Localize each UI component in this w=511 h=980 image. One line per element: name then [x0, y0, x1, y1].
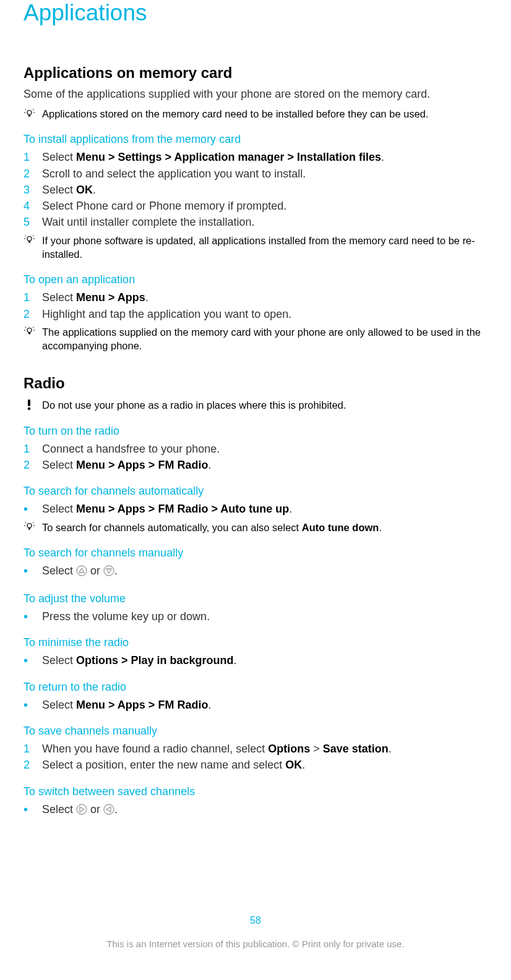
- step: 4Select Phone card or Phone memory if pr…: [24, 198, 487, 213]
- bullet-text: Select or .: [42, 802, 118, 819]
- svg-point-32: [104, 804, 114, 814]
- step-number: 2: [24, 307, 35, 322]
- step: 1Connect a handsfree to your phone.: [24, 441, 487, 456]
- svg-line-24: [25, 522, 26, 524]
- svg-line-17: [33, 327, 34, 328]
- page-footer: 58 This is an Internet version of this p…: [0, 915, 511, 949]
- tip-note: The applications supplied on the memory …: [24, 325, 487, 353]
- svg-point-26: [77, 566, 87, 576]
- tip-note: If your phone software is updated, all a…: [24, 234, 487, 262]
- svg-line-25: [33, 522, 34, 524]
- bullet-text: Select Menu > Apps > FM Radio.: [42, 697, 211, 712]
- step-number: 5: [24, 215, 35, 229]
- bullet-dot: •: [24, 609, 35, 624]
- step-text: Select Menu > Apps > FM Radio.: [42, 458, 211, 472]
- bullets-adjust-volume: •Press the volume key up or down.: [24, 609, 487, 624]
- step-number: 2: [24, 458, 35, 472]
- step-text: Scroll to and select the application you…: [42, 166, 306, 181]
- step-text: Select Menu > Settings > Application man…: [42, 150, 384, 164]
- bullet-dot: •: [24, 802, 35, 819]
- svg-marker-33: [106, 807, 111, 812]
- svg-rect-21: [28, 528, 30, 530]
- step-text: Select Menu > Apps.: [42, 290, 148, 305]
- svg-marker-27: [79, 568, 84, 573]
- tip-icon: [24, 108, 35, 119]
- sub-heading-return-radio: To return to the radio: [24, 681, 487, 694]
- step-text: Highlight and tap the application you wa…: [42, 307, 291, 322]
- section-intro: Some of the applications supplied with y…: [24, 88, 487, 101]
- warning-text: Do not use your phone as a radio in plac…: [42, 398, 346, 412]
- tip-icon: [24, 235, 35, 246]
- step-number: 1: [24, 441, 35, 456]
- svg-line-4: [25, 109, 26, 110]
- right-triangle-icon: [76, 804, 87, 819]
- bullet: •Select Options > Play in background.: [24, 653, 487, 668]
- bullet: •Press the volume key up or down.: [24, 609, 487, 624]
- page-number: 58: [0, 915, 511, 926]
- step-text: Select Phone card or Phone memory if pro…: [42, 198, 286, 213]
- svg-rect-13: [28, 333, 30, 334]
- tip-icon: [24, 326, 35, 338]
- step: 3Select OK.: [24, 182, 487, 197]
- step: 1Select Menu > Settings > Application ma…: [24, 150, 487, 164]
- step-text: When you have found a radio channel, sel…: [42, 741, 392, 756]
- svg-point-28: [104, 566, 114, 576]
- left-triangle-icon: [103, 804, 114, 819]
- tip-text: The applications supplied on the memory …: [42, 325, 485, 353]
- step-text: Connect a handsfree to your phone.: [42, 441, 220, 456]
- step: 2Highlight and tap the application you w…: [24, 307, 487, 322]
- svg-point-30: [77, 804, 87, 814]
- svg-point-19: [28, 407, 30, 410]
- step: 1Select Menu > Apps.: [24, 290, 487, 305]
- bullets-return-radio: •Select Menu > Apps > FM Radio.: [24, 697, 487, 712]
- bullet-text: Select Options > Play in background.: [42, 653, 237, 668]
- step: 5Wait until installer complete the insta…: [24, 215, 487, 229]
- step-text: Select a position, enter the new name an…: [42, 757, 305, 772]
- sub-heading-install-apps: To install applications from the memory …: [24, 133, 487, 146]
- tip-text: If your phone software is updated, all a…: [42, 234, 485, 262]
- svg-line-5: [33, 109, 34, 110]
- svg-line-10: [25, 236, 26, 237]
- tip-icon: [24, 522, 35, 533]
- sub-heading-save-channels: To save channels manually: [24, 725, 487, 738]
- svg-rect-18: [28, 399, 30, 406]
- tip-note: To search for channels automatically, yo…: [24, 521, 487, 534]
- sub-heading-minimise-radio: To minimise the radio: [24, 636, 487, 649]
- bullet: •Select or .: [24, 563, 487, 580]
- footer-disclaimer: This is an Internet version of this publ…: [0, 939, 511, 949]
- svg-point-12: [27, 328, 32, 333]
- bullets-minimise-radio: •Select Options > Play in background.: [24, 653, 487, 668]
- step: 2Select Menu > Apps > FM Radio.: [24, 458, 487, 472]
- warning-note: Do not use your phone as a radio in plac…: [24, 398, 487, 412]
- steps-install-apps: 1Select Menu > Settings > Application ma…: [24, 150, 487, 229]
- svg-rect-1: [28, 114, 30, 116]
- svg-marker-29: [106, 569, 111, 573]
- sub-heading-turn-on-radio: To turn on the radio: [24, 425, 487, 438]
- sub-heading-open-app: To open an application: [24, 273, 487, 286]
- bullet: •Select or .: [24, 802, 487, 819]
- up-triangle-icon: [76, 565, 87, 580]
- step-text: Select OK.: [42, 182, 96, 197]
- section-title-applications-memory: Applications on memory card: [24, 64, 487, 82]
- bullets-search-auto: •Select Menu > Apps > FM Radio > Auto tu…: [24, 501, 487, 516]
- bullet: •Select Menu > Apps > FM Radio.: [24, 697, 487, 712]
- svg-point-20: [27, 524, 32, 528]
- step-number: 2: [24, 166, 35, 181]
- chapter-title: Applications: [24, 0, 487, 26]
- step: 2Scroll to and select the application yo…: [24, 166, 487, 181]
- sub-heading-adjust-volume: To adjust the volume: [24, 592, 487, 605]
- step-number: 1: [24, 290, 35, 305]
- down-triangle-icon: [103, 565, 114, 580]
- bullet-text: Select Menu > Apps > FM Radio > Auto tun…: [42, 501, 292, 516]
- step-number: 2: [24, 757, 35, 772]
- steps-open-app: 1Select Menu > Apps. 2Highlight and tap …: [24, 290, 487, 322]
- warning-icon: [24, 399, 35, 411]
- svg-line-16: [25, 327, 26, 328]
- tip-text: Applications stored on the memory card n…: [42, 107, 429, 121]
- tip-text: To search for channels automatically, yo…: [42, 521, 382, 534]
- sub-heading-search-auto: To search for channels automatically: [24, 485, 487, 498]
- svg-marker-31: [80, 807, 84, 812]
- steps-save-channels: 1When you have found a radio channel, se…: [24, 741, 487, 773]
- tip-note: Applications stored on the memory card n…: [24, 107, 487, 121]
- bullet-text: Select or .: [42, 563, 118, 580]
